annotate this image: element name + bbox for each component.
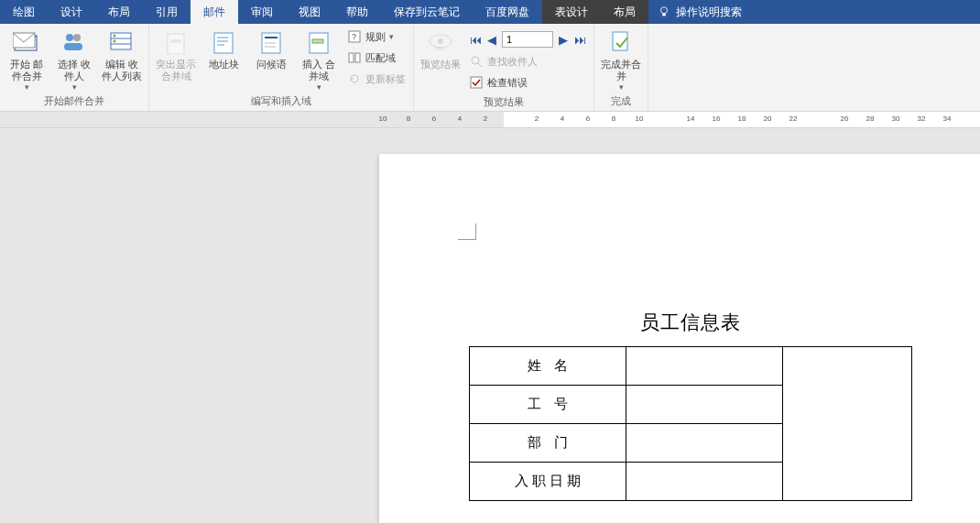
list-edit-icon: [107, 27, 136, 57]
cell-hire-value[interactable]: [626, 463, 783, 501]
edit-recipient-list-button[interactable]: 编辑 收件人列表: [99, 26, 145, 82]
match-label: 匹配域: [365, 51, 396, 65]
table-row: 姓名: [470, 347, 912, 386]
tab-baidu[interactable]: 百度网盘: [473, 0, 542, 24]
tab-view[interactable]: 视图: [286, 0, 333, 24]
cell-hire-label[interactable]: 入职日期: [470, 463, 626, 501]
update-label: 更新标签: [365, 72, 406, 86]
rules-button[interactable]: ? 规则 ▾: [347, 27, 406, 46]
address-label: 地址块: [209, 59, 239, 71]
record-number-input[interactable]: [502, 31, 553, 48]
check-icon: [469, 75, 484, 90]
tell-me-search[interactable]: 操作说明搜索: [648, 0, 751, 24]
find-recipient-label: 查找收件人: [487, 55, 538, 69]
start-mail-merge-button[interactable]: 开始 邮件合并 ▾: [4, 26, 49, 92]
greeting-label: 问候语: [256, 59, 287, 71]
paragraph-anchor: [458, 223, 476, 240]
employee-table[interactable]: 姓名 工号 部门 入职日期: [469, 346, 912, 501]
start-merge-label: 开始 邮件合并: [5, 59, 48, 82]
svg-rect-14: [214, 33, 233, 53]
preview-label: 预览结果: [420, 59, 461, 71]
last-record-button[interactable]: ⏭: [573, 33, 586, 47]
match-icon: [347, 50, 362, 65]
finish-label: 完成并合并: [600, 59, 642, 82]
caret-icon: ▾: [25, 82, 29, 92]
search-icon: [469, 54, 484, 69]
svg-rect-1: [662, 14, 666, 16]
tab-drawing[interactable]: 绘图: [0, 0, 48, 24]
rules-label: 规则: [365, 30, 386, 44]
greeting-line-button[interactable]: 问候语: [248, 26, 294, 71]
preview-icon: ABC: [426, 27, 455, 57]
tab-references[interactable]: 引用: [143, 0, 191, 24]
cell-id-label[interactable]: 工号: [470, 386, 626, 424]
svg-point-5: [73, 34, 81, 41]
refresh-icon: [347, 71, 362, 86]
svg-rect-23: [312, 39, 323, 43]
address-block-button[interactable]: 地址块: [201, 26, 246, 71]
svg-point-11: [114, 40, 116, 43]
highlight-icon: [161, 27, 191, 57]
prev-record-button[interactable]: ◀: [485, 33, 498, 47]
cell-name-value[interactable]: [626, 347, 783, 386]
group-finish: 完成并合并 ▾ 完成: [594, 24, 648, 111]
page-title[interactable]: 员工信息表: [458, 310, 923, 335]
tab-mailings[interactable]: 邮件: [191, 0, 238, 24]
update-labels-button: 更新标签: [347, 70, 406, 88]
lightbulb-icon: [658, 5, 670, 18]
finish-merge-button[interactable]: 完成并合并 ▾: [598, 26, 644, 92]
tab-layout[interactable]: 布局: [95, 0, 143, 24]
next-record-button[interactable]: ▶: [557, 33, 570, 47]
select-recipients-label: 选择 收件人: [53, 59, 95, 82]
edit-list-label: 编辑 收件人列表: [101, 59, 143, 82]
svg-point-29: [438, 38, 443, 44]
svg-text:ABC: ABC: [435, 46, 447, 51]
cell-photo[interactable]: [783, 347, 912, 501]
svg-rect-12: [168, 34, 184, 54]
svg-rect-6: [64, 43, 82, 50]
finish-icon: [606, 27, 636, 57]
preview-results-button: ABC 预览结果: [418, 26, 463, 71]
tab-review[interactable]: 审阅: [238, 0, 286, 24]
caret-icon: ▾: [317, 82, 321, 92]
svg-point-0: [661, 7, 668, 14]
rules-icon: ?: [347, 29, 362, 44]
svg-point-31: [472, 57, 479, 64]
group-start-merge: 开始 邮件合并 ▾ 选择 收件人 ▾ 编辑 收件人列表 开始邮件合并: [0, 24, 149, 111]
check-errors-button[interactable]: 检查错误: [469, 73, 586, 92]
envelope-icon: [12, 27, 41, 57]
svg-text:?: ?: [352, 32, 356, 41]
svg-rect-13: [170, 39, 181, 43]
ribbon-tabs: 绘图 设计 布局 引用 邮件 审阅 视图 帮助 保存到云笔记 百度网盘 表设计 …: [0, 0, 980, 24]
group-preview-label: 预览结果: [418, 93, 590, 112]
document-page[interactable]: 员工信息表 姓名 工号 部门 入职日期: [379, 154, 980, 523]
tab-design[interactable]: 设计: [48, 0, 95, 24]
tab-table-layout[interactable]: 布局: [601, 0, 648, 24]
match-fields-button[interactable]: 匹配域: [347, 49, 406, 67]
tab-table-design[interactable]: 表设计: [542, 0, 601, 24]
insert-merge-field-button[interactable]: 插入 合并域 ▾: [296, 26, 342, 92]
group-preview: ABC 预览结果 ⏮ ◀ ▶ ⏭ 查找收件人 检查错误: [414, 24, 594, 111]
greeting-icon: [256, 27, 286, 57]
svg-rect-26: [349, 53, 354, 62]
caret-icon: ▾: [389, 32, 394, 41]
first-record-button[interactable]: ⏮: [469, 33, 482, 47]
tab-help[interactable]: 帮助: [333, 0, 381, 24]
check-errors-label: 检查错误: [487, 76, 528, 90]
svg-line-32: [478, 63, 482, 67]
group-start-label: 开始邮件合并: [4, 93, 145, 111]
horizontal-ruler[interactable]: 10864224681014161820222628303234: [0, 112, 980, 128]
people-icon: [60, 27, 89, 57]
svg-point-4: [66, 34, 73, 41]
group-write-label: 编写和插入域: [153, 93, 409, 111]
cell-dept-value[interactable]: [626, 424, 783, 463]
select-recipients-button[interactable]: 选择 收件人 ▾: [51, 26, 97, 92]
cell-name-label[interactable]: 姓名: [470, 347, 626, 386]
highlight-label: 突出显示 合并域: [155, 59, 197, 82]
cell-id-value[interactable]: [626, 386, 783, 424]
tab-save-cloud[interactable]: 保存到云笔记: [381, 0, 473, 24]
group-write-fields: 突出显示 合并域 地址块 问候语 插入 合并域 ▾ ? 规则 ▾: [149, 24, 414, 111]
cell-dept-label[interactable]: 部门: [470, 424, 626, 463]
find-recipient-button: 查找收件人: [469, 52, 586, 71]
caret-icon: ▾: [72, 82, 77, 92]
